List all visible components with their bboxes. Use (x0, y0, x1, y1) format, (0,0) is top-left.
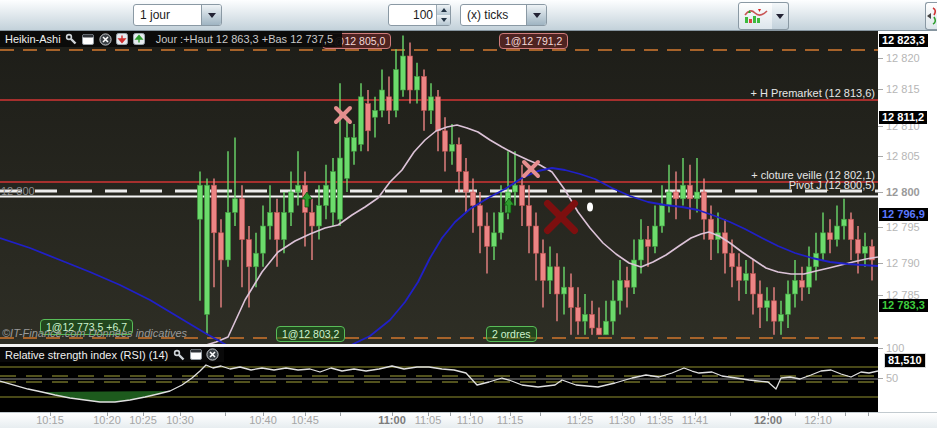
tick-count-spinner[interactable]: 100 (388, 4, 451, 26)
time-label: 11:00 (378, 414, 406, 426)
price-value-box: 12 811,2 (879, 111, 927, 124)
time-label: 12:10 (804, 414, 832, 426)
time-tick-mark (868, 412, 869, 416)
time-label: 11:30 (609, 414, 636, 426)
time-tick-mark (845, 412, 846, 416)
time-label: 10:25 (129, 414, 157, 426)
time-tick-mark (340, 412, 341, 416)
timeframe-value: 1 jour (134, 8, 201, 22)
time-tick-mark (540, 412, 541, 416)
buy-arrow-icon[interactable] (133, 33, 146, 46)
price-tick-label: 12 815 (886, 83, 920, 95)
time-label: 10:15 (36, 414, 64, 426)
price-tick-label: 12 820 (886, 52, 920, 64)
left-price-label: 12 800 (1, 185, 35, 197)
collapse-panel-button[interactable] (925, 2, 937, 30)
spinner-arrows[interactable] (436, 5, 450, 25)
window-icon[interactable] (82, 33, 95, 46)
time-label: 11:41 (682, 414, 709, 426)
copyright-note: ©IT-Finance.com Données indicatives (2, 327, 187, 339)
time-tick-mark (730, 412, 731, 416)
rsi-titlebar: Relative strength index (RSI) (14) (0, 347, 224, 362)
main-chart-canvas[interactable] (0, 30, 878, 344)
spinner-up-icon[interactable] (437, 5, 450, 15)
price-value-box: 12 783,3 (879, 299, 928, 312)
wrench-icon[interactable] (172, 348, 185, 361)
trading-workstation: { "toolbar": { "timeframe_value": "1 jou… (0, 0, 937, 428)
window-icon[interactable] (189, 348, 202, 361)
price-value-box: 12 823,3 (879, 34, 928, 47)
close-icon[interactable] (99, 33, 112, 46)
level-label: + H Premarket (12 813,6) (751, 87, 875, 99)
price-value-box: 12 796,9 (879, 208, 928, 221)
level-label: Pivot J (12 800,5) (789, 179, 875, 191)
rsi-title: Relative strength index (RSI) (14) (5, 349, 168, 361)
chart-style-button[interactable] (738, 2, 774, 30)
rsi-tick-mark (878, 348, 883, 349)
chevron-down-icon[interactable] (526, 5, 546, 25)
spinner-down-icon[interactable] (437, 15, 450, 25)
price-tick-mark (878, 89, 883, 90)
chart-style-dropdown[interactable] (772, 2, 789, 30)
top-toolbar: 1 jour 100 (x) ticks (0, 0, 937, 31)
price-tick-label: 12 805 (886, 150, 920, 162)
price-tick-mark (878, 156, 883, 157)
rsi-tick-label: 50 (886, 372, 898, 384)
time-label: 12:00 (754, 414, 782, 426)
time-label: 11:10 (457, 414, 484, 426)
sell-arrow-icon[interactable] (116, 33, 129, 46)
order-badge[interactable]: 1@12 803,2 (276, 326, 345, 342)
rsi-tick-mark (878, 378, 883, 379)
tick-count-value: 100 (389, 5, 436, 25)
wrench-icon[interactable] (65, 33, 78, 46)
heikin-ashi-titlebar: Heikin-Ashi Jour :+Haut 12 863,3 +Bas 12… (0, 31, 342, 47)
time-label: 11:25 (567, 414, 594, 426)
price-tick-mark (878, 263, 883, 264)
collapse-arrows-icon (926, 3, 937, 29)
time-tick-mark (795, 412, 796, 416)
rsi-value-box: 81,510 (884, 353, 926, 368)
time-tick-mark (640, 412, 641, 416)
order-badge[interactable]: 2 ordres (486, 326, 537, 342)
time-label: 11:05 (415, 414, 442, 426)
time-tick-mark (450, 412, 451, 416)
price-tick-mark (878, 295, 883, 296)
time-label: 10:20 (93, 414, 121, 426)
price-tick-mark (878, 58, 883, 59)
price-tick-mark (878, 192, 883, 193)
price-tick-label: 12 795 (886, 221, 920, 233)
time-label: 10:45 (291, 414, 319, 426)
chart-style-icon (744, 7, 768, 25)
price-tick-mark (878, 126, 883, 127)
day-summary: Jour :+Haut 12 863,3 +Bas 12 737,5 (156, 33, 333, 45)
chevron-down-icon[interactable] (201, 5, 221, 25)
time-label: 10:40 (249, 414, 277, 426)
time-tick-mark (225, 412, 226, 416)
time-label: 11:15 (497, 414, 524, 426)
order-badge[interactable]: 1@12 791,2 (499, 33, 568, 49)
indicator-title: Heikin-Ashi (5, 33, 61, 45)
price-tick-label: 12 790 (886, 257, 920, 269)
price-tick-mark (878, 227, 883, 228)
price-tick-label: 12 800 (886, 186, 920, 198)
time-label: 11:35 (647, 414, 674, 426)
tick-unit-value: (x) ticks (461, 8, 526, 22)
timeframe-select[interactable]: 1 jour (133, 4, 222, 26)
time-label: 10:30 (166, 414, 194, 426)
close-icon[interactable] (206, 348, 219, 361)
tick-unit-select[interactable]: (x) ticks (460, 4, 547, 26)
